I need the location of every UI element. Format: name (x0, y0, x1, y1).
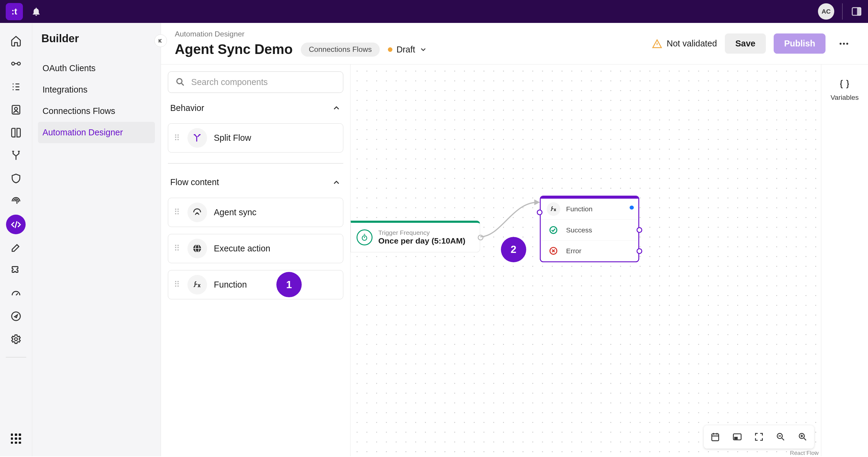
drag-handle-icon: ⠿ (174, 207, 181, 217)
nav-contacts-icon[interactable] (6, 100, 26, 119)
panel-toggle-icon[interactable] (851, 6, 862, 17)
drag-handle-icon: ⠿ (174, 244, 181, 253)
canvas-attribution: React Flow (790, 450, 818, 456)
trigger-title: Trigger Frequency (378, 229, 465, 236)
svg-point-11 (177, 79, 182, 84)
output-port[interactable] (478, 235, 484, 240)
app-logo[interactable]: :t (6, 3, 23, 20)
sidenav-item-integrations[interactable]: Integrations (38, 79, 155, 100)
canvas-controls (704, 425, 814, 448)
category-pill: Connections Flows (301, 42, 380, 57)
error-port-label: Error (566, 247, 581, 255)
save-button[interactable]: Save (725, 33, 766, 54)
canvas-minimap-button[interactable] (728, 428, 746, 446)
section-behavior-header[interactable]: Behavior (168, 100, 343, 117)
topbar: :t AC (0, 0, 868, 23)
function-fx-icon (187, 275, 207, 295)
svg-rect-1 (857, 7, 861, 15)
trigger-value: Once per day (5:10AM) (378, 236, 465, 246)
page-header: Automation Designer Agent Sync Demo Conn… (161, 23, 868, 64)
component-agent-sync[interactable]: ⠿ Agent sync (168, 198, 343, 227)
drag-handle-icon: ⠿ (174, 133, 181, 143)
notifications-bell-icon[interactable] (31, 6, 41, 17)
icon-rail (0, 23, 32, 456)
canvas-fit-button[interactable] (750, 428, 768, 446)
function-node-title: Function (566, 205, 592, 213)
nav-list-icon[interactable] (6, 77, 26, 96)
function-node[interactable]: Function Success (540, 196, 639, 262)
nav-home-icon[interactable] (6, 31, 26, 51)
publish-button[interactable]: Publish (774, 33, 826, 54)
svg-point-5 (14, 107, 18, 110)
more-menu-button[interactable] (834, 33, 855, 54)
page-title: Agent Sync Demo (175, 41, 293, 57)
success-output-port[interactable] (637, 227, 642, 233)
success-port-label: Success (566, 226, 592, 234)
nav-code-icon[interactable] (6, 215, 26, 234)
canvas-zoom-out-button[interactable] (772, 428, 790, 446)
success-check-icon (547, 223, 561, 237)
globe-icon (187, 239, 207, 258)
svg-point-7 (14, 338, 18, 341)
section-flow-content-header[interactable]: Flow content (168, 174, 343, 191)
variables-rail[interactable]: Variables (821, 64, 868, 456)
svg-point-16 (550, 227, 557, 234)
agent-icon (187, 203, 207, 222)
drag-handle-icon: ⠿ (174, 280, 181, 290)
canvas-calendar-button[interactable] (706, 428, 724, 446)
flow-canvas[interactable]: Trigger Frequency Once per day (5:10AM) (350, 64, 868, 456)
nav-fingerprint-icon[interactable] (6, 192, 26, 211)
search-input[interactable] (191, 77, 336, 87)
avatar[interactable]: AC (818, 3, 834, 19)
chevron-up-icon (332, 103, 341, 113)
function-fx-icon (547, 202, 561, 216)
stopwatch-icon (356, 230, 373, 245)
search-components[interactable] (168, 71, 343, 93)
status-dropdown[interactable]: Draft (388, 44, 427, 55)
nav-merge-icon[interactable] (6, 146, 26, 165)
sidenav-item-oauth-clients[interactable]: OAuth Clients (38, 58, 155, 79)
error-x-icon (547, 244, 561, 258)
svg-point-9 (843, 43, 845, 44)
breadcrumb: Automation Designer (175, 30, 427, 38)
components-panel: Behavior ⠿ Split Flow Flow content (161, 64, 350, 456)
sidenav-item-connections-flows[interactable]: Connections Flows (38, 100, 155, 122)
app-launcher-icon[interactable] (6, 429, 26, 449)
secondary-nav: Builder OAuth Clients Integrations Conne… (32, 23, 161, 456)
component-split-flow[interactable]: ⠿ Split Flow (168, 123, 343, 153)
split-icon (187, 128, 207, 148)
nav-compass-icon[interactable] (6, 307, 26, 326)
nav-edit-icon[interactable] (6, 238, 26, 257)
search-icon (175, 77, 185, 87)
braces-icon (839, 79, 850, 90)
secondary-nav-title: Builder (38, 32, 155, 45)
component-function[interactable]: ⠿ Function 1 (168, 270, 343, 299)
sidenav-item-automation-designer[interactable]: Automation Designer (38, 122, 155, 143)
svg-rect-20 (735, 437, 737, 439)
svg-point-3 (18, 62, 21, 65)
chevron-down-icon (419, 45, 427, 54)
nav-book-icon[interactable] (6, 123, 26, 143)
annotation-badge-1: 1 (276, 272, 302, 297)
status-label: Draft (396, 44, 415, 55)
nav-link-icon[interactable] (6, 54, 26, 73)
svg-point-10 (846, 43, 848, 44)
warning-icon (652, 38, 662, 49)
nav-gauge-icon[interactable] (6, 284, 26, 303)
unsaved-indicator-icon (629, 206, 633, 210)
status-dot-icon (388, 47, 393, 52)
error-output-port[interactable] (637, 248, 642, 254)
input-port[interactable] (537, 210, 542, 215)
svg-point-8 (840, 43, 841, 44)
nav-settings-icon[interactable] (6, 330, 26, 349)
svg-point-2 (12, 62, 15, 65)
svg-rect-18 (712, 434, 719, 441)
component-execute-action[interactable]: ⠿ Execute action (168, 234, 343, 263)
annotation-badge-2: 2 (501, 237, 526, 262)
canvas-zoom-in-button[interactable] (793, 428, 812, 446)
trigger-node[interactable]: Trigger Frequency Once per day (5:10AM) (350, 221, 480, 252)
nav-shield-icon[interactable] (6, 169, 26, 188)
validation-status: Not validated (652, 38, 717, 49)
nav-puzzle-icon[interactable] (6, 261, 26, 280)
variables-label: Variables (831, 93, 859, 101)
